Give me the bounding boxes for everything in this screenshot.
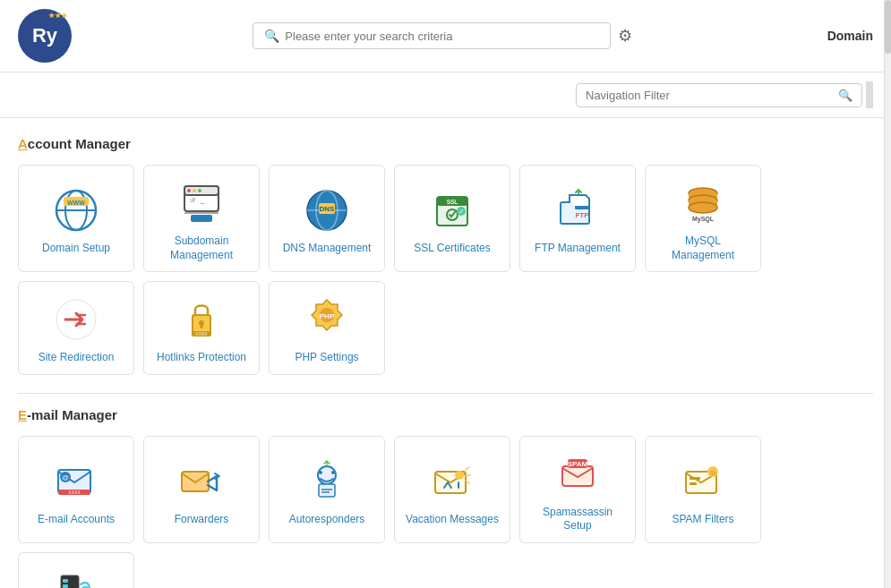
logo: Ry ★★★ [18, 9, 72, 63]
mysql-icon: MySQL [679, 179, 727, 227]
php-label: PHP Settings [295, 351, 358, 365]
svg-point-33 [689, 202, 717, 213]
domain-label[interactable]: Domain [827, 29, 873, 43]
svg-point-51 [331, 471, 335, 474]
scrollbar-indicator [866, 81, 873, 108]
site-redirection-icon [52, 295, 100, 344]
svg-point-9 [198, 189, 201, 192]
ssl-label: SSL Certificates [414, 242, 491, 256]
svg-rect-27 [575, 206, 589, 209]
hotlinks-label: Hotlinks Protection [157, 351, 246, 365]
site-redirection-label: Site Redirection [39, 351, 115, 365]
email-section-highlight: E [18, 407, 27, 422]
autoresponders-icon [303, 457, 351, 506]
svg-point-50 [319, 471, 322, 474]
subdomain-management-card[interactable]: :// _ Subdomain Management [143, 165, 260, 272]
svg-text:FTP: FTP [575, 211, 589, 219]
nav-filter-bar: 🔍 [0, 72, 891, 118]
ssl-certificates-card[interactable]: SSL ✓ SSL Certificates [394, 165, 510, 272]
email-manager-title: E-mail Manager [18, 407, 873, 422]
spam-filters-card[interactable]: ☺ SPAM Filters [645, 436, 761, 543]
svg-text:_: _ [200, 197, 204, 204]
scrollbar-thumb[interactable] [885, 0, 891, 54]
svg-rect-52 [319, 484, 335, 497]
svg-text:MySQL: MySQL [692, 216, 715, 223]
nav-filter-input[interactable] [586, 89, 838, 102]
svg-text:XXXX: XXXX [195, 331, 208, 337]
dns-icon: DNS [303, 186, 351, 234]
svg-point-7 [187, 189, 191, 192]
site-redirection-card[interactable]: Site Redirection [18, 281, 134, 375]
section-divider-1 [18, 393, 873, 394]
svg-text:WWW: WWW [67, 200, 85, 206]
ftp-label: FTP Management [535, 242, 621, 256]
mx-records-icon [52, 567, 100, 588]
forwarders-card[interactable]: Forwarders [143, 436, 260, 543]
svg-point-56 [455, 471, 464, 480]
domain-setup-card[interactable]: WWW Domain Setup [18, 165, 134, 272]
forwarders-icon [177, 457, 226, 506]
search-bar: 🔍 [253, 22, 611, 49]
hotlinks-card[interactable]: XXXX Hotlinks Protection [143, 281, 260, 375]
svg-text:☺: ☺ [708, 468, 716, 477]
email-accounts-icon: @ XXXX [52, 457, 100, 506]
domain-setup-icon: WWW [52, 186, 100, 234]
svg-text:SPAM: SPAM [568, 460, 588, 468]
scrollbar[interactable] [884, 0, 891, 588]
spam-filters-icon: ☺ [679, 457, 727, 506]
php-icon: PHP [303, 295, 351, 344]
svg-rect-63 [690, 477, 700, 480]
svg-text:://: :// [190, 197, 195, 203]
nav-filter-search-icon: 🔍 [838, 89, 852, 102]
dns-label: DNS Management [283, 242, 372, 256]
ssl-icon: SSL ✓ [428, 186, 476, 234]
svg-text:PHP: PHP [320, 312, 335, 320]
svg-text:SSL: SSL [447, 199, 458, 205]
spamassassin-card[interactable]: SPAM Spamassassin Setup [519, 436, 636, 543]
php-settings-card[interactable]: PHP PHP Settings [269, 281, 385, 375]
main-content: Account Manager WWW Domain Setup :// [0, 118, 891, 588]
svg-rect-67 [63, 584, 68, 588]
hotlinks-icon: XXXX [177, 295, 226, 344]
account-manager-grid: WWW Domain Setup :// _ Subdomain Managem… [18, 165, 873, 375]
mysql-management-card[interactable]: MySQL MySQL Management [645, 165, 761, 272]
email-accounts-label: E-mail Accounts [38, 513, 115, 527]
logo-stars: ★★★ [48, 12, 67, 20]
svg-point-8 [193, 189, 196, 192]
spamassassin-label: Spamassassin Setup [529, 506, 626, 533]
autoresponders-label: Autoresponders [289, 513, 365, 527]
svg-text:DNS: DNS [320, 205, 336, 213]
search-icon: 🔍 [264, 29, 279, 43]
svg-rect-13 [191, 215, 212, 222]
dns-management-card[interactable]: DNS DNS Management [269, 165, 385, 272]
vacation-messages-card[interactable]: Vacation Messages [394, 436, 510, 543]
subdomain-icon: :// _ [177, 179, 226, 227]
autoresponders-card[interactable]: Autoresponders [269, 436, 385, 543]
domain-setup-label: Domain Setup [42, 242, 110, 256]
svg-rect-66 [63, 579, 68, 583]
svg-rect-64 [690, 482, 697, 485]
ftp-icon: FTP [553, 186, 602, 234]
account-manager-title: Account Manager [18, 136, 873, 151]
forwarders-label: Forwarders [175, 513, 229, 527]
mx-records-card[interactable]: MX Records [18, 552, 134, 588]
svg-text:✓: ✓ [458, 208, 465, 216]
nav-filter-input-wrapper: 🔍 [576, 83, 862, 107]
header-search-container: 🔍 ⚙ [99, 22, 787, 49]
gear-icon[interactable]: ⚙ [618, 26, 632, 46]
header: Ry ★★★ 🔍 ⚙ Domain [0, 0, 891, 72]
subdomain-label: Subdomain Management [153, 234, 250, 262]
mysql-label: MySQL Management [655, 234, 751, 262]
email-accounts-card[interactable]: @ XXXX E-mail Accounts [18, 436, 134, 543]
ftp-management-card[interactable]: FTP FTP Management [519, 165, 636, 272]
svg-rect-38 [201, 323, 203, 328]
logo-text: Ry [32, 24, 57, 47]
vacation-icon [428, 457, 476, 506]
search-input[interactable] [285, 30, 599, 43]
spam-filters-label: SPAM Filters [672, 513, 733, 527]
svg-text:XXXX: XXXX [68, 490, 81, 495]
section-title-highlight: A [18, 136, 28, 151]
spam-setup-icon: SPAM [553, 450, 602, 499]
vacation-label: Vacation Messages [406, 513, 499, 527]
email-manager-grid: @ XXXX E-mail Accounts Forwarders [18, 436, 873, 588]
